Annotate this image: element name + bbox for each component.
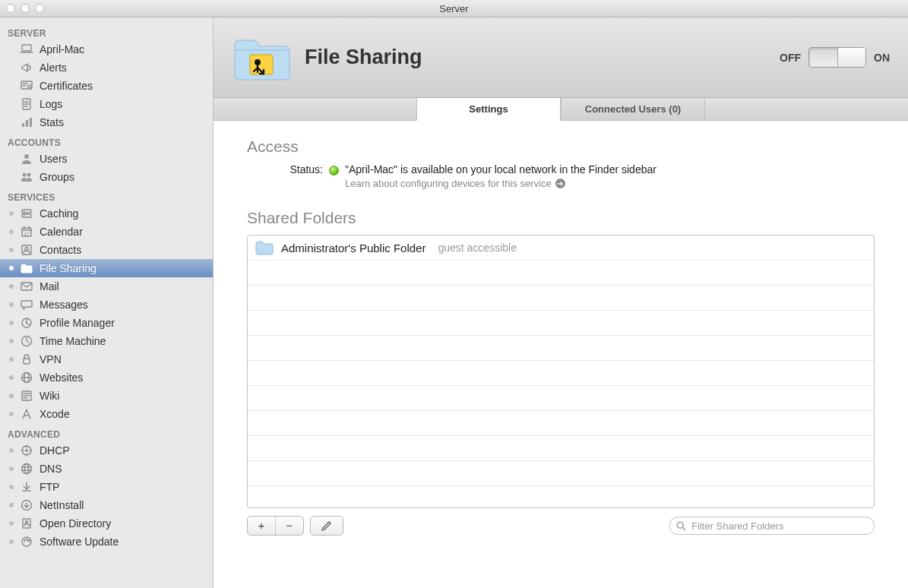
minimize-button[interactable]	[21, 4, 30, 13]
tab-connected-users[interactable]: Connected Users (0)	[561, 98, 705, 120]
sidebar-item-label: Caching	[40, 207, 78, 220]
learn-link-text: Learn about configuring devices for this…	[345, 178, 552, 189]
sidebar-item-file-sharing[interactable]: File Sharing	[0, 259, 213, 277]
shared-folder-row[interactable]	[248, 311, 874, 336]
access-section-title: Access	[247, 138, 875, 156]
sidebar-item-xcode[interactable]: Xcode	[0, 405, 213, 423]
sidebar-group-label: ACCOUNTS	[0, 131, 213, 150]
close-button[interactable]	[6, 4, 15, 13]
certificate-icon	[20, 79, 33, 93]
shared-folder-row[interactable]	[248, 436, 874, 461]
tab-bar: Settings Connected Users (0)	[214, 98, 908, 121]
sidebar-item-label: Software Update	[40, 536, 119, 548]
server-window: Server SERVERApril-MacAlertsCertificates…	[0, 0, 908, 588]
sidebar-item-users[interactable]: Users	[0, 150, 213, 168]
sidebar-item-label: NetInstall	[40, 499, 84, 511]
sidebar-item-calendar[interactable]: 17Calendar	[0, 223, 213, 241]
shared-folder-row[interactable]	[248, 361, 874, 386]
status-dot-icon	[9, 521, 14, 526]
sidebar-item-dns[interactable]: DNS	[0, 460, 213, 478]
svg-point-53	[22, 537, 31, 546]
traffic-lights	[0, 4, 44, 13]
sidebar-item-label: Wiki	[40, 390, 59, 402]
service-switch[interactable]	[808, 47, 866, 68]
tab-settings[interactable]: Settings	[416, 98, 561, 121]
sidebar-item-software-update[interactable]: Software Update	[0, 533, 213, 551]
calendar-icon: 17	[20, 225, 33, 239]
shared-folders-list[interactable]: Administrator's Public Folderguest acces…	[247, 235, 875, 508]
shared-folder-name: Administrator's Public Folder	[281, 242, 426, 254]
sidebar-item-label: Xcode	[40, 408, 70, 420]
status-dot-icon	[9, 229, 14, 234]
filter-input[interactable]	[690, 520, 868, 533]
sidebar-item-ftp[interactable]: FTP	[0, 478, 213, 496]
svg-point-47	[25, 464, 29, 474]
megaphone-icon	[20, 61, 33, 74]
sidebar-item-profile-manager[interactable]: Profile Manager	[0, 314, 213, 332]
timemachine-icon	[20, 334, 33, 348]
sidebar-group-label: SERVICES	[0, 186, 213, 204]
shared-folder-row[interactable]: Administrator's Public Folderguest acces…	[248, 236, 874, 261]
netinstall-icon	[20, 498, 33, 512]
shared-folder-row[interactable]	[248, 286, 874, 311]
shared-folder-row[interactable]	[248, 411, 874, 436]
sidebar-item-april-mac[interactable]: April-Mac	[0, 40, 213, 58]
shared-folder-row[interactable]	[248, 386, 874, 411]
add-button[interactable]: +	[248, 517, 275, 535]
list-toolbar: + −	[247, 516, 875, 536]
shared-folder-row[interactable]	[248, 461, 874, 486]
zoom-button[interactable]	[35, 4, 44, 13]
sidebar-item-caching[interactable]: Caching	[0, 204, 213, 223]
sidebar-item-logs[interactable]: Logs	[0, 95, 213, 113]
folder-icon	[255, 240, 274, 255]
shared-folder-row[interactable]	[248, 261, 874, 286]
sidebar-item-mail[interactable]: Mail	[0, 277, 213, 296]
sidebar-item-label: Stats	[40, 116, 64, 128]
status-dot-icon	[9, 266, 14, 270]
sidebar-item-label: Mail	[40, 280, 59, 292]
sidebar-group-label: ADVANCED	[0, 423, 213, 441]
svg-point-19	[24, 215, 25, 217]
file-sharing-icon	[232, 34, 291, 81]
sidebar-item-dhcp[interactable]: DHCP	[0, 441, 213, 460]
sidebar-item-netinstall[interactable]: NetInstall	[0, 496, 213, 514]
svg-rect-11	[26, 120, 28, 127]
sidebar-item-stats[interactable]: Stats	[0, 113, 213, 131]
sidebar-item-label: Websites	[40, 371, 83, 384]
sidebar-item-contacts[interactable]: Contacts	[0, 241, 213, 259]
header: File Sharing OFF ON	[214, 17, 908, 98]
learn-link[interactable]: Learn about configuring devices for this…	[345, 178, 875, 189]
svg-point-41	[25, 449, 28, 452]
status-dot-icon	[9, 357, 14, 362]
sidebar-item-wiki[interactable]: Wiki	[0, 387, 213, 405]
sidebar-item-label: Users	[40, 153, 68, 165]
sidebar-item-label: Calendar	[40, 226, 83, 238]
sidebar-item-time-machine[interactable]: Time Machine	[0, 332, 213, 350]
window-title: Server	[0, 3, 908, 14]
sidebar-item-label: Certificates	[40, 80, 93, 92]
sidebar-item-messages[interactable]: Messages	[0, 296, 213, 314]
sidebar-item-label: Alerts	[40, 62, 67, 74]
filesharing-icon	[20, 261, 33, 275]
filter-search[interactable]	[669, 517, 875, 535]
svg-rect-31	[24, 359, 30, 364]
sidebar-item-groups[interactable]: Groups	[0, 168, 213, 186]
shared-folder-row[interactable]	[248, 486, 874, 508]
svg-point-14	[23, 173, 27, 177]
sidebar-item-alerts[interactable]: Alerts	[0, 58, 213, 77]
edit-button[interactable]	[310, 516, 343, 536]
sidebar-group-label: SERVER	[0, 22, 213, 40]
status-dot-icon	[9, 339, 14, 343]
svg-rect-27	[21, 283, 32, 290]
status-dot-icon	[9, 321, 14, 325]
page-title: File Sharing	[305, 46, 766, 69]
log-icon	[20, 97, 33, 111]
sidebar-item-vpn[interactable]: VPN	[0, 350, 213, 368]
remove-button[interactable]: −	[275, 517, 303, 535]
sidebar-item-websites[interactable]: Websites	[0, 368, 213, 387]
shared-folder-row[interactable]	[248, 336, 874, 361]
sidebar-item-open-directory[interactable]: Open Directory	[0, 514, 213, 533]
sidebar-item-certificates[interactable]: Certificates	[0, 77, 213, 95]
dhcp-icon	[20, 444, 33, 457]
svg-point-56	[677, 522, 683, 528]
